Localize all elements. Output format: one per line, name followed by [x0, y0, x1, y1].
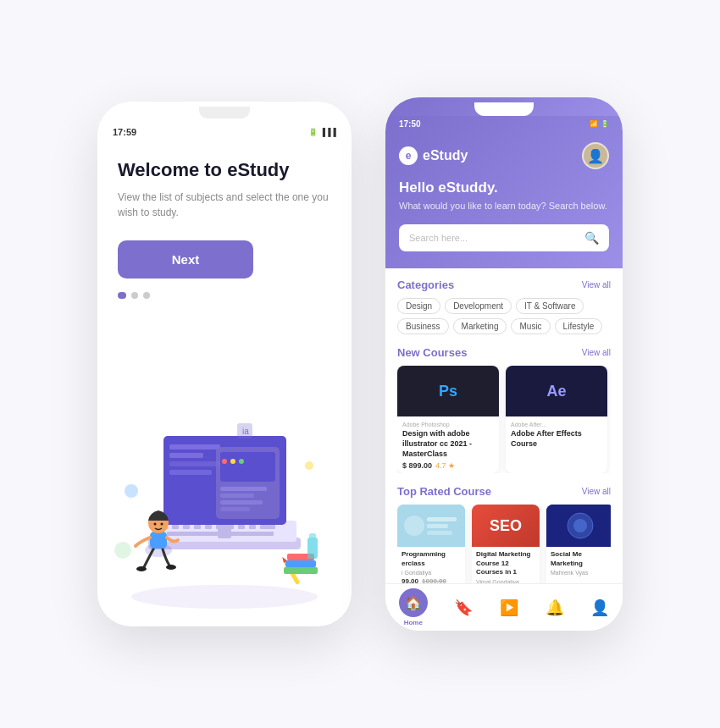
ps-info: Adobe Photoshop Design with adobe illust… [397, 416, 499, 473]
scene: 17:59 🔋 ▐▐▐ Welcome to eStudy View the l… [0, 0, 720, 728]
svg-rect-29 [218, 525, 231, 538]
prog-author: i Gondaliya [402, 570, 461, 576]
search-bar[interactable]: Search here... 🔍 [399, 224, 609, 251]
social-title: Social Me Marketing [551, 550, 610, 568]
categories-header: Categories View all [397, 279, 611, 291]
chip-marketing[interactable]: Marketing [453, 318, 507, 334]
chip-design[interactable]: Design [397, 298, 440, 314]
svg-point-0 [131, 585, 318, 609]
nav-home[interactable]: 🏠 Home [399, 588, 428, 626]
category-chips: Design Development IT & Software Busines… [397, 298, 611, 334]
svg-point-32 [166, 565, 176, 570]
p2-wifi-icon: 📶 [590, 120, 598, 128]
svg-rect-51 [427, 517, 457, 521]
svg-rect-45 [307, 538, 318, 559]
categories-title: Categories [397, 279, 454, 291]
battery-icon: 🔋 [308, 128, 318, 136]
svg-point-36 [161, 523, 163, 526]
welcome-subtitle: View the list of subjects and select the… [118, 190, 331, 220]
logo-text: eStudy [423, 148, 468, 163]
status-bar-1: 17:59 🔋 ▐▐▐ [97, 119, 352, 142]
categories-view-all[interactable]: View all [582, 280, 611, 290]
svg-rect-19 [169, 470, 212, 475]
svg-point-50 [404, 516, 424, 536]
ps-sublabel: Adobe Photoshop [402, 422, 494, 427]
nav-bookmark[interactable]: 🔖 [454, 598, 473, 617]
svg-rect-46 [309, 533, 316, 540]
p2-battery-icon: 🔋 [601, 120, 609, 128]
svg-rect-28 [220, 507, 250, 511]
svg-rect-11 [249, 525, 256, 529]
home-icon: 🏠 [399, 588, 428, 617]
svg-rect-40 [285, 560, 316, 567]
dot-1 [118, 292, 126, 299]
new-courses-header: New Courses View all [397, 346, 611, 359]
user-avatar[interactable]: 👤 [582, 142, 609, 169]
chip-music[interactable]: Music [511, 318, 550, 334]
search-icon: 🔍 [584, 231, 599, 245]
nav-profile[interactable]: 👤 [590, 598, 609, 617]
top-rated-view-all[interactable]: View all [582, 487, 611, 496]
ps-rating: 4.7 ★ [435, 461, 455, 470]
search-placeholder: Search here... [409, 233, 468, 243]
ae-info: Adobe After... Adobe After Effects Cours… [506, 416, 607, 455]
prog-thumb [397, 505, 465, 547]
svg-rect-26 [220, 494, 254, 498]
svg-rect-13 [167, 532, 218, 536]
top-rated-title: Top Rated Course [397, 485, 491, 498]
dot-2 [131, 292, 138, 299]
svg-point-24 [239, 459, 244, 464]
course-card-ae[interactable]: Ae Adobe After... Adobe After Effects Co… [506, 366, 607, 473]
prog-info: Programming erclass i Gondaliya 99.00 10… [397, 547, 465, 588]
svg-rect-6 [194, 525, 201, 529]
svg-point-44 [114, 542, 131, 559]
status-icons-1: 🔋 ▐▐▐ [308, 128, 336, 136]
chip-it[interactable]: IT & Software [516, 298, 584, 314]
ps-title: Design with adobe illustrator cc 2021 - … [402, 429, 494, 459]
next-button[interactable]: Next [118, 240, 253, 279]
svg-rect-16 [169, 444, 220, 449]
chip-development[interactable]: Development [445, 298, 512, 314]
chip-business[interactable]: Business [397, 318, 449, 334]
svg-rect-33 [150, 532, 167, 549]
social-author: Mahrenk Vyas [551, 570, 610, 576]
ps-price-row: $ 899.00 4.7 ★ [402, 461, 494, 470]
top-rated-header: Top Rated Course View all [397, 485, 611, 498]
nav-video[interactable]: ▶️ [500, 598, 518, 617]
bottom-nav: 🏠 Home 🔖 ▶️ 🔔 👤 [385, 583, 623, 631]
chip-lifestyle[interactable]: Lifestyle [555, 318, 603, 334]
ae-icon: Ae [546, 383, 566, 400]
svg-point-35 [154, 523, 157, 526]
p2-status-icons: 📶 🔋 [590, 120, 609, 128]
prog-title: Programming erclass [402, 550, 461, 568]
phone-estudy: 17:50 📶 🔋 e eStudy 👤 Hello eStuddy. What… [385, 97, 623, 631]
ps-icon: Ps [439, 383, 457, 400]
social-thumb [546, 505, 611, 547]
svg-rect-27 [220, 500, 263, 505]
notch-strip [97, 102, 352, 119]
bell-icon: 🔔 [546, 598, 564, 617]
logo-icon: e [399, 146, 418, 165]
new-courses-title: New Courses [397, 346, 467, 359]
seo-title: Digital Marketing Course 12 Courses in 1 [476, 550, 535, 576]
ps-thumb: Ps [397, 366, 499, 416]
profile-icon: 👤 [590, 598, 609, 617]
svg-point-43 [305, 461, 313, 470]
p2-time: 17:50 [399, 119, 421, 129]
nav-bell[interactable]: 🔔 [546, 598, 564, 617]
signal-icon: ▐▐▐ [320, 128, 336, 136]
p2-header: 17:50 📶 🔋 e eStudy 👤 Hello eStuddy. What… [385, 116, 623, 268]
svg-point-31 [136, 566, 147, 571]
welcome-title: Welcome to eStudy [118, 159, 331, 181]
course-card-ps[interactable]: Ps Adobe Photoshop Design with adobe ill… [397, 366, 499, 473]
greeting-text: Hello eStuddy. [399, 179, 609, 196]
subgreeting-text: What would you like to learn today? Sear… [399, 200, 609, 212]
svg-rect-12 [260, 525, 275, 529]
svg-point-42 [125, 484, 138, 498]
notch [199, 107, 250, 119]
video-icon: ▶️ [500, 598, 518, 617]
p2-notch [474, 102, 534, 116]
new-courses-view-all[interactable]: View all [582, 348, 611, 357]
p2-topbar: e eStudy 👤 [399, 135, 609, 179]
bookmark-icon: 🔖 [454, 598, 473, 617]
